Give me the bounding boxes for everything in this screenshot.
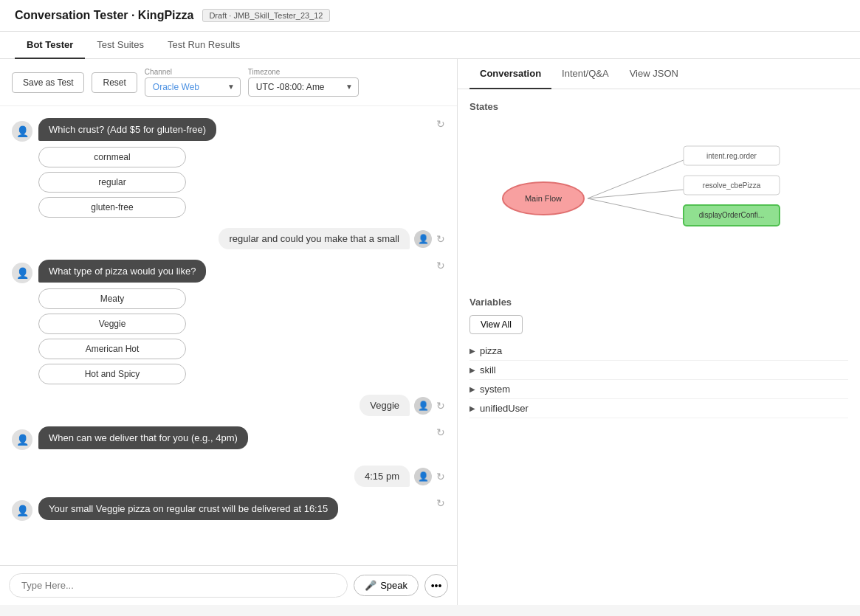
channel-dropdown-wrap: Channel Oracle Web ▼ <box>145 68 241 97</box>
chevron-right-icon-unified-user: ▶ <box>469 404 475 412</box>
refresh-bot-icon-3[interactable]: ↻ <box>436 426 445 438</box>
bot-avatar-final: 👤 <box>12 500 32 521</box>
channel-select[interactable]: Oracle Web <box>145 77 241 97</box>
bot-bubble-1: Which crust? (Add $5 for gluten-free) <box>38 118 216 141</box>
var-item-skill[interactable]: ▶ skill <box>469 361 848 380</box>
tab-conversation[interactable]: Conversation <box>469 59 551 89</box>
view-all-button[interactable]: View All <box>469 315 523 334</box>
bot-bubble-3: When can we deliver that for you (e.g., … <box>38 426 248 449</box>
chat-area: 👤 Which crust? (Add $5 for gluten-free) … <box>0 106 457 565</box>
bot-content-2: What type of pizza would you like? Meaty… <box>38 260 430 384</box>
bot-content-1: Which crust? (Add $5 for gluten-free) co… <box>38 118 430 218</box>
bot-message-1: 👤 Which crust? (Add $5 for gluten-free) … <box>12 118 445 218</box>
right-content: States Main Flow intent.reg.order <box>458 89 860 605</box>
reset-button[interactable]: Reset <box>92 72 137 93</box>
draft-badge: Draft · JMB_Skill_Tester_23_12 <box>202 9 329 22</box>
input-area: 🎤 Speak ••• <box>0 565 457 605</box>
choice-buttons-1: cornmeal regular gluten-free <box>38 147 430 218</box>
user-avatar-3: 👤 <box>414 468 432 485</box>
bot-bubble-2: What type of pizza would you like? <box>38 260 206 283</box>
choice-buttons-2: Meaty Veggie American Hot Hot and Spicy <box>38 288 430 384</box>
bot-message-final: 👤 Your small Veggie pizza on regular cru… <box>12 497 445 521</box>
bot-message-3: 👤 When can we deliver that for you (e.g.… <box>12 426 445 455</box>
user-bubble-3: 4:15 pm <box>354 466 410 487</box>
states-section: States Main Flow intent.reg.order <box>469 101 848 282</box>
more-icon: ••• <box>431 580 442 592</box>
var-item-unified-user[interactable]: ▶ unifiedUser <box>469 399 848 418</box>
tab-test-suites[interactable]: Test Suites <box>85 32 156 59</box>
choice-regular[interactable]: regular <box>38 172 186 193</box>
user-message-1: regular and could you make that a small … <box>12 228 445 249</box>
toolbar: Save as Test Reset Channel Oracle Web ▼ … <box>0 59 457 106</box>
chat-input[interactable] <box>9 573 348 598</box>
states-title: States <box>469 101 848 112</box>
user-message-3: 4:15 pm 👤 ↻ <box>12 466 445 487</box>
app-title: Conversation Tester · KingPizza <box>15 9 193 22</box>
bot-content-final: Your small Veggie pizza on regular crust… <box>38 497 430 520</box>
tab-view-json[interactable]: View JSON <box>619 59 689 89</box>
svg-text:Main Flow: Main Flow <box>525 194 562 203</box>
main-layout: Save as Test Reset Channel Oracle Web ▼ … <box>0 59 860 605</box>
flow-svg: Main Flow intent.reg.order resolve_cbePi… <box>469 120 824 282</box>
var-label-unified-user: unifiedUser <box>480 403 529 414</box>
user-bubble-1: regular and could you make that a small <box>219 228 410 249</box>
variables-title: Variables <box>469 297 848 308</box>
nav-tabs: Bot Tester Test Suites Test Run Results <box>0 32 860 59</box>
var-label-system: system <box>480 384 510 395</box>
user-message-2: Veggie 👤 ↻ <box>12 395 445 416</box>
save-as-test-button[interactable]: Save as Test <box>12 72 84 93</box>
refresh-bot-icon-2[interactable]: ↻ <box>436 260 445 271</box>
var-item-system[interactable]: ▶ system <box>469 380 848 399</box>
svg-line-2 <box>588 198 684 219</box>
choice-gluten-free[interactable]: gluten-free <box>38 197 186 218</box>
user-avatar-1: 👤 <box>414 230 432 248</box>
choice-american-hot[interactable]: American Hot <box>38 339 186 359</box>
more-options-button[interactable]: ••• <box>424 574 448 598</box>
svg-line-0 <box>588 160 684 198</box>
channel-label: Channel <box>145 68 241 76</box>
chevron-right-icon-skill: ▶ <box>469 366 475 374</box>
bot-avatar-3: 👤 <box>12 429 32 450</box>
user-bubble-2: Veggie <box>360 395 410 416</box>
choice-meaty[interactable]: Meaty <box>38 288 186 309</box>
timezone-select[interactable]: UTC -08:00: Ame <box>248 77 359 97</box>
var-label-pizza: pizza <box>480 345 502 356</box>
bot-bubble-final: Your small Veggie pizza on regular crust… <box>38 497 338 520</box>
right-panel: Conversation Intent/Q&A View JSON States <box>458 59 860 605</box>
left-panel: Save as Test Reset Channel Oracle Web ▼ … <box>0 59 458 605</box>
tab-intent-qa[interactable]: Intent/Q&A <box>551 59 619 89</box>
bot-message-2: 👤 What type of pizza would you like? Mea… <box>12 260 445 384</box>
svg-text:intent.reg.order: intent.reg.order <box>706 152 757 160</box>
choice-cornmeal[interactable]: cornmeal <box>38 147 186 167</box>
speak-button[interactable]: 🎤 Speak <box>354 575 419 596</box>
flow-diagram: Main Flow intent.reg.order resolve_cbePi… <box>469 120 848 282</box>
timezone-dropdown-wrap: Timezone UTC -08:00: Ame ▼ <box>248 68 359 97</box>
mic-icon: 🎤 <box>365 580 376 591</box>
svg-text:resolve_cbePizza: resolve_cbePizza <box>703 181 761 190</box>
choice-veggie[interactable]: Veggie <box>38 314 186 334</box>
refresh-bot-icon-final[interactable]: ↻ <box>436 497 445 509</box>
top-bar: Conversation Tester · KingPizza Draft · … <box>0 0 860 32</box>
variables-section: Variables View All ▶ pizza ▶ skill ▶ sys… <box>469 297 848 418</box>
var-item-pizza[interactable]: ▶ pizza <box>469 342 848 361</box>
right-tabs: Conversation Intent/Q&A View JSON <box>458 59 860 89</box>
timezone-label: Timezone <box>248 68 359 76</box>
tab-bot-tester[interactable]: Bot Tester <box>15 32 85 59</box>
svg-text:displayOrderConfi...: displayOrderConfi... <box>699 211 764 219</box>
bot-content-3: When can we deliver that for you (e.g., … <box>38 426 430 455</box>
bot-avatar-2: 👤 <box>12 263 32 283</box>
chevron-right-icon-system: ▶ <box>469 385 475 393</box>
var-label-skill: skill <box>480 364 496 376</box>
choice-hot-spicy[interactable]: Hot and Spicy <box>38 364 186 384</box>
user-avatar-2: 👤 <box>414 397 432 415</box>
speak-label: Speak <box>380 580 407 591</box>
tab-test-run-results[interactable]: Test Run Results <box>156 32 252 59</box>
refresh-bot-icon-1[interactable]: ↻ <box>436 118 445 130</box>
refresh-user-icon-2[interactable]: ↻ <box>436 400 445 412</box>
refresh-user-icon-3[interactable]: ↻ <box>436 471 445 482</box>
chevron-right-icon-pizza: ▶ <box>469 347 475 355</box>
svg-line-1 <box>588 190 684 198</box>
refresh-user-icon-1[interactable]: ↻ <box>436 233 445 245</box>
bot-avatar-1: 👤 <box>12 121 32 142</box>
